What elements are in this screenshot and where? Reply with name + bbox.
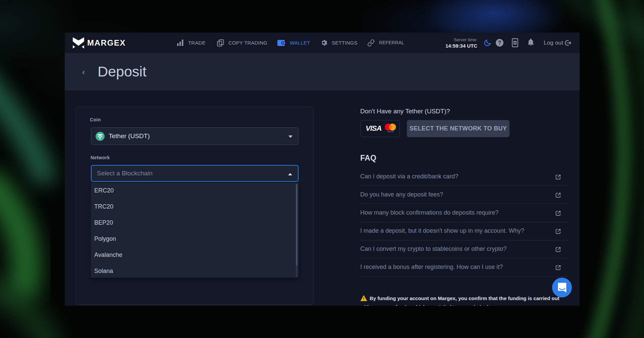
svg-text:mastercard: mastercard	[387, 131, 393, 132]
svg-text:?: ?	[498, 40, 501, 46]
